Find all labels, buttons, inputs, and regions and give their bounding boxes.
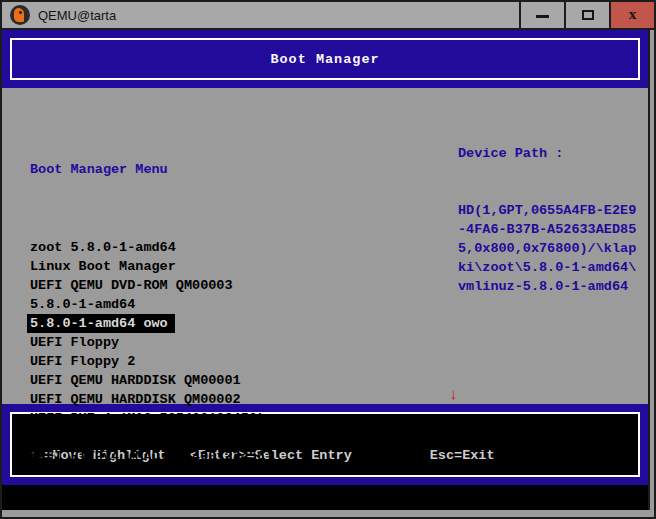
boot-entry-label: UEFI PXEv4 (MAC:525400123456) 2 <box>30 428 281 447</box>
boot-menu: Boot Manager Menu zoot 5.8.0-1-amd64Linu… <box>30 122 281 504</box>
page-title: Boot Manager <box>270 50 379 69</box>
efi-display: Boot Manager Boot Manager Menu zoot 5.8.… <box>2 30 650 510</box>
boot-entry-label: 5.8.0-1-amd64 owo <box>27 314 175 333</box>
minimize-icon <box>536 15 549 18</box>
boot-menu-list: zoot 5.8.0-1-amd64Linux Boot ManagerUEFI… <box>30 238 281 466</box>
device-path-line: vmlinuz-5.8.0-1-amd64 <box>458 277 648 296</box>
device-path-panel: Device Path : HD(1,GPT,0655A4FB-E2E9-4FA… <box>458 106 648 334</box>
boot-manager-body: Boot Manager Menu zoot 5.8.0-1-amd64Linu… <box>2 88 648 404</box>
maximize-button[interactable] <box>564 2 609 28</box>
boot-entry[interactable]: UEFI QEMU HARDDISK QM00001 <box>30 371 281 390</box>
boot-entry-label: 5.8.0-1-amd64 <box>30 295 135 314</box>
window-titlebar: QEMU@tarta x <box>2 2 654 30</box>
device-path-lines: HD(1,GPT,0655A4FB-E2E9-4FA6-B37B-A52633A… <box>458 201 648 296</box>
boot-entry-label: UEFI QEMU HARDDISK QM00002 <box>30 390 241 409</box>
qemu-bird-eye <box>19 11 22 14</box>
boot-entry[interactable]: UEFI Floppy 2 <box>30 352 281 371</box>
boot-entry-label: UEFI QEMU HARDDISK QM00001 <box>30 371 241 390</box>
boot-entry-label: UEFI Floppy 2 <box>30 352 135 371</box>
boot-entry[interactable]: UEFI QEMU DVD-ROM QM00003 <box>30 276 281 295</box>
boot-entry-label: Linux Boot Manager <box>30 257 176 276</box>
device-path-line: HD(1,GPT,0655A4FB-E2E9 <box>458 201 648 220</box>
maximize-icon <box>582 10 594 20</box>
qemu-logo-icon <box>10 5 30 25</box>
boot-entry-label: zoot 5.8.0-1-amd64 <box>30 238 176 257</box>
boot-entry[interactable]: UEFI QEMU HARDDISK QM00002 <box>30 390 281 409</box>
minimize-button[interactable] <box>519 2 564 28</box>
boot-entry[interactable]: UEFI Floppy <box>30 333 281 352</box>
boot-entry[interactable]: UEFI PXEv4 (MAC:525400123456) 2 <box>30 428 281 447</box>
boot-entry-label: UEFI PXEv4 (MAC:525400123456) <box>30 409 265 428</box>
window-title: QEMU@tarta <box>38 8 116 23</box>
help-item: Esc=Exit <box>430 446 495 465</box>
qemu-window: QEMU@tarta x Boot Manager Boot Manager M… <box>0 0 656 519</box>
close-icon: x <box>629 7 637 22</box>
close-button[interactable]: x <box>609 2 654 28</box>
boot-entry-label: UEFI QEMU DVD-ROM QM00003 <box>30 276 233 295</box>
boot-entry[interactable]: UEFI HTTPv4 (MAC:525400123456) <box>30 447 281 466</box>
boot-manager-title-box: Boot Manager <box>10 38 640 80</box>
device-path-line: ki\zoot\5.8.0-1-amd64\ <box>458 258 648 277</box>
window-controls: x <box>519 2 654 28</box>
boot-entry[interactable]: zoot 5.8.0-1-amd64 <box>30 238 281 257</box>
boot-manager-header: Boot Manager <box>2 30 648 88</box>
boot-entry[interactable]: 5.8.0-1-amd64 owo <box>30 314 281 333</box>
boot-entry[interactable]: 5.8.0-1-amd64 <box>30 295 281 314</box>
boot-menu-heading: Boot Manager Menu <box>30 160 281 179</box>
boot-entry-label: UEFI HTTPv4 (MAC:525400123456) <box>30 447 273 466</box>
boot-entry-label: UEFI Floppy <box>30 333 119 352</box>
device-path-line: 5,0x800,0x76800)/\klap <box>458 239 648 258</box>
device-path-heading: Device Path : <box>458 144 648 163</box>
device-path-line: -4FA6-B37B-A52633AED85 <box>458 220 648 239</box>
boot-entry[interactable]: UEFI PXEv4 (MAC:525400123456) <box>30 409 281 428</box>
boot-entry[interactable]: Linux Boot Manager <box>30 257 281 276</box>
scroll-down-arrow-icon: ↓ <box>449 389 458 403</box>
